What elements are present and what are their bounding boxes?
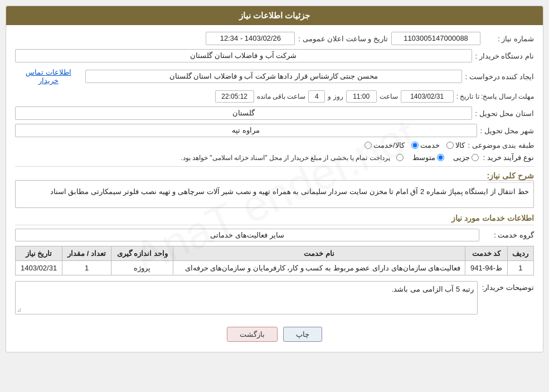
need-number-label: شماره نیاز : [484,35,534,43]
deadline-days: 4 [308,90,325,103]
category-option-khadamat[interactable]: خدمت [411,141,440,149]
province-value: گلستان [15,107,472,120]
announce-date-value: 1403/02/26 - 12:34 [206,32,295,45]
process-desc: پرداخت تمام یا بخشی از مبلغ خریدار از مح… [15,154,390,162]
deadline-remaining-label: ساعت باقی مانده [257,93,306,100]
deadline-days-label: روز و [328,93,343,100]
category-label: طبقه بندی موضوعی : [468,141,534,149]
table-row: 1 ط-94-941 فعالیت‌های سازمان‌های دارای ع… [16,261,534,275]
services-table: ردیف کد خدمت نام خدمت واحد اندازه گیری ت… [15,246,534,275]
cell-unit: پروژه [111,261,173,275]
buyer-org-value: شرکت آب و فاضلاب استان گلستان [15,49,472,62]
deadline-time-label: ساعت [380,93,398,100]
col-service-code: کد خدمت [465,246,508,261]
cell-row-num: 1 [507,261,533,275]
need-desc-label: شرح کلی نیاز: [487,171,534,183]
service-group-value: سایر فعالیت‌های خدماتی [15,229,479,241]
col-row-num: ردیف [507,246,533,261]
deadline-time: 11:00 [346,90,377,103]
creator-label: ایجاد کننده درخواست : [465,72,534,81]
category-radio-group: کالا/خدمت خدمت کالا [365,141,465,149]
deadline-label: مهلت ارسال پاسخ: تا تاریخ : [456,93,534,100]
announce-date-label: تاریخ و ساعت اعلان عمومی : [298,35,388,43]
col-unit: واحد اندازه گیری [111,246,173,261]
process-label: نوع فرآیند خرید : [483,153,534,162]
service-group-label: گروه خدمت : [484,231,534,239]
buyer-notes-box: رتبه 5 آب الزامی می باشد. ⊿ [15,281,478,314]
need-number-value: 1103005147000088 [391,32,480,45]
category-option-kala-khadamat[interactable]: کالا/خدمت [365,141,405,149]
process-option-jozi[interactable]: جزیی [453,153,479,162]
col-service-name: نام خدمت [173,246,465,261]
province-label: استان محل تحویل : [475,109,534,118]
cell-date: 1403/02/31 [16,261,62,275]
cell-service-name: فعالیت‌های سازمان‌های دارای عضو مربوط به… [173,261,465,275]
print-button[interactable]: چاپ [283,327,322,342]
back-button[interactable]: بازگشت [227,327,278,342]
resize-handle-icon: ⊿ [17,307,21,313]
category-option-kala[interactable]: کالا [446,141,465,149]
contact-link[interactable]: اطلاعات تماس خریدار [15,66,82,86]
buyer-org-label: نام دستگاه خریدار : [475,52,534,60]
col-date: تاریخ نیاز [16,246,62,261]
deadline-remaining: 22:05:12 [215,90,254,103]
city-value: مراوه تپه [15,124,477,137]
process-option-motavaset[interactable]: متوسط [412,153,444,162]
cell-quantity: 1 [62,261,111,275]
city-label: شهر محل تحویل : [480,127,534,135]
creator-value: محسن جنتی کارشناس قرار دادها شرکت آب و ف… [85,70,462,83]
page-title: جزئیات اطلاعات نیاز [6,6,543,25]
cell-service-code: ط-94-941 [465,261,508,275]
buyer-notes-label: توضیحات خریدار: [482,281,534,292]
deadline-date: 1403/02/31 [401,90,454,103]
services-section-title: اطلاعات خدمات مورد نیاز [15,214,534,225]
process-option-full[interactable] [395,154,404,161]
col-quantity: تعداد / مقدار [62,246,111,261]
need-desc-value: خط انتقال از ایستگاه پمپاژ شماره 2 آق ام… [15,180,534,208]
buyer-notes-value: رتبه 5 آب الزامی می باشد. [392,285,474,293]
process-radio-group: متوسط جزیی [395,153,479,162]
